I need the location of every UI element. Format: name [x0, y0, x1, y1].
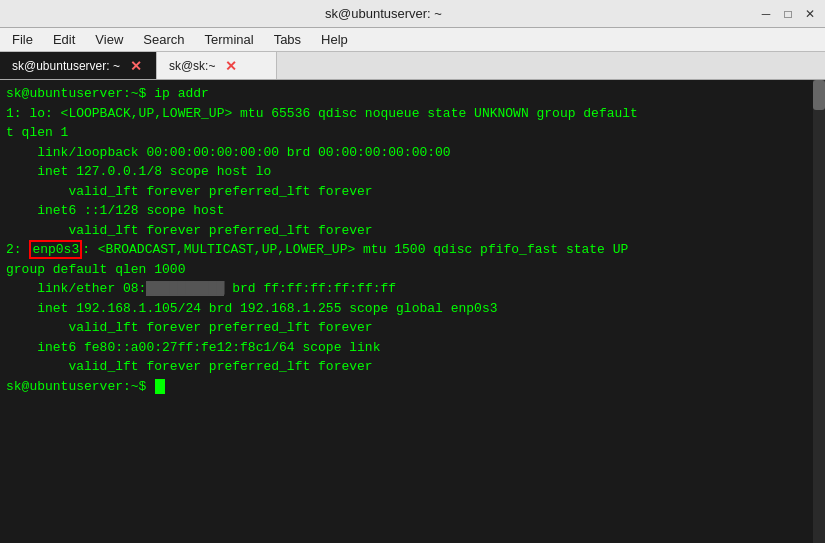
term-line-13: valid_lft forever preferred_lft forever	[6, 318, 819, 338]
menu-terminal[interactable]: Terminal	[197, 30, 262, 49]
scrollbar-thumb[interactable]	[813, 80, 825, 110]
menu-bar: File Edit View Search Terminal Tabs Help	[0, 28, 825, 52]
term-line-1: sk@ubuntuserver:~$ ip addr	[6, 84, 819, 104]
term-line-2: 1: lo: <LOOPBACK,UP,LOWER_UP> mtu 65536 …	[6, 104, 819, 124]
term-line-5: inet 127.0.0.1/8 scope host lo	[6, 162, 819, 182]
menu-tabs[interactable]: Tabs	[266, 30, 309, 49]
window-title: sk@ubuntuserver: ~	[8, 6, 759, 21]
menu-search[interactable]: Search	[135, 30, 192, 49]
term-line-8: valid_lft forever preferred_lft forever	[6, 221, 819, 241]
minimize-button[interactable]: ─	[759, 7, 773, 21]
menu-edit[interactable]: Edit	[45, 30, 83, 49]
term-line-7: inet6 ::1/128 scope host	[6, 201, 819, 221]
tab-close-1[interactable]: ✕	[128, 59, 144, 73]
terminal-cursor	[155, 379, 165, 394]
tab-label-2: sk@sk:~	[169, 59, 216, 73]
enp0s3-highlight: enp0s3	[29, 240, 82, 259]
term-line-15: valid_lft forever preferred_lft forever	[6, 357, 819, 377]
maximize-button[interactable]: □	[781, 7, 795, 21]
menu-help[interactable]: Help	[313, 30, 356, 49]
tab-label-1: sk@ubuntuserver: ~	[12, 59, 120, 73]
scrollbar[interactable]	[813, 80, 825, 543]
window-controls: ─ □ ✕	[759, 7, 817, 21]
term-line-11: link/ether 08:██████████ brd ff:ff:ff:ff…	[6, 279, 819, 299]
tab-bar: sk@ubuntuserver: ~ ✕ sk@sk:~ ✕	[0, 52, 825, 80]
term-line-10: group default qlen 1000	[6, 260, 819, 280]
menu-view[interactable]: View	[87, 30, 131, 49]
menu-file[interactable]: File	[4, 30, 41, 49]
tab-ubuntuserver[interactable]: sk@ubuntuserver: ~ ✕	[0, 52, 157, 79]
term-line-16: sk@ubuntuserver:~$	[6, 377, 819, 397]
terminal-area[interactable]: sk@ubuntuserver:~$ ip addr 1: lo: <LOOPB…	[0, 80, 825, 543]
term-line-3: t qlen 1	[6, 123, 819, 143]
tab-sk[interactable]: sk@sk:~ ✕	[157, 52, 277, 79]
tab-close-2[interactable]: ✕	[223, 59, 239, 73]
term-line-4: link/loopback 00:00:00:00:00:00 brd 00:0…	[6, 143, 819, 163]
term-line-9: 2: enp0s3: <BROADCAST,MULTICAST,UP,LOWER…	[6, 240, 819, 260]
close-button[interactable]: ✕	[803, 7, 817, 21]
title-bar: sk@ubuntuserver: ~ ─ □ ✕	[0, 0, 825, 28]
term-line-14: inet6 fe80::a00:27ff:fe12:f8c1/64 scope …	[6, 338, 819, 358]
term-line-12: inet 192.168.1.105/24 brd 192.168.1.255 …	[6, 299, 819, 319]
term-line-6: valid_lft forever preferred_lft forever	[6, 182, 819, 202]
